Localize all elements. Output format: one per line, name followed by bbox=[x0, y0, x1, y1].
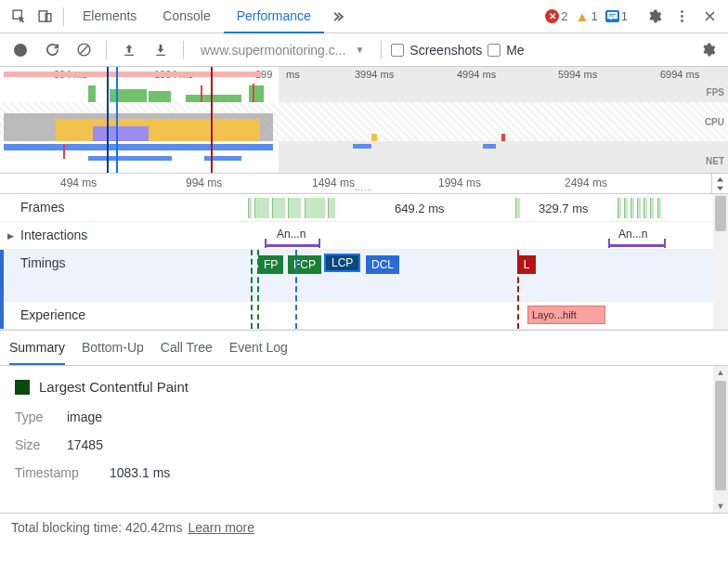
detail-timestamp-key: Timestamp bbox=[15, 465, 97, 480]
flame-ruler[interactable]: 494 ms 994 ms 1494 ms 1994 ms 2494 ms ⋯⋯ bbox=[0, 174, 728, 194]
warning-count: 1 bbox=[592, 9, 598, 23]
svg-rect-5 bbox=[609, 16, 614, 17]
detail-scrollbar[interactable]: ▲ ▼ bbox=[713, 366, 728, 513]
timing-load[interactable]: L bbox=[517, 255, 536, 274]
inspect-element-icon[interactable] bbox=[6, 4, 32, 30]
detail-timestamp-value: 1083.1 ms bbox=[110, 465, 170, 480]
flame-chart-tracks[interactable]: Frames 649.2 ms 329.7 ms Interactions bbox=[0, 194, 728, 331]
timing-fcp[interactable]: FCP bbox=[288, 255, 321, 274]
summary-detail-pane: Largest Contentful Paint Type image Size… bbox=[0, 366, 728, 513]
detail-size-key: Size bbox=[15, 437, 54, 452]
cpu-label: CPU bbox=[705, 117, 724, 127]
frame-duration-2: 329.7 ms bbox=[539, 202, 588, 215]
animation-label-2: An...n bbox=[618, 228, 647, 241]
capture-settings-icon[interactable] bbox=[695, 37, 721, 63]
svg-rect-11 bbox=[156, 54, 164, 55]
clear-button[interactable] bbox=[71, 37, 97, 63]
detail-size-value: 17485 bbox=[67, 437, 103, 452]
record-button[interactable] bbox=[7, 37, 33, 63]
console-issues-badges[interactable]: ✕ 2 ▲ 1 1 bbox=[545, 9, 633, 23]
screenshots-checkbox[interactable]: Screenshots bbox=[391, 43, 482, 58]
info-count: 1 bbox=[621, 9, 628, 23]
tab-elements[interactable]: Elements bbox=[70, 0, 150, 33]
net-label: NET bbox=[706, 156, 724, 166]
tab-performance[interactable]: Performance bbox=[224, 0, 324, 33]
error-icon: ✕ bbox=[545, 9, 559, 23]
track-label-frames: Frames bbox=[0, 194, 121, 221]
track-label-experience: Experience bbox=[0, 302, 121, 329]
expand-ruler-icon[interactable] bbox=[711, 174, 728, 194]
screenshots-label: Screenshots bbox=[410, 43, 482, 58]
timing-dcl[interactable]: DCL bbox=[366, 255, 399, 274]
tab-bottom-up[interactable]: Bottom-Up bbox=[82, 331, 144, 365]
track-label-timings: Timings bbox=[0, 250, 121, 301]
recording-url: www.supermonitoring.c... bbox=[201, 43, 345, 58]
memory-checkbox[interactable]: Me bbox=[488, 43, 524, 58]
svg-point-7 bbox=[681, 15, 683, 18]
more-tabs-icon[interactable] bbox=[324, 10, 350, 23]
timing-lcp[interactable]: LCP bbox=[324, 254, 360, 272]
timing-fp[interactable]: FP bbox=[258, 255, 283, 274]
tab-console[interactable]: Console bbox=[150, 0, 223, 33]
svg-rect-4 bbox=[609, 14, 616, 15]
total-blocking-time: Total blocking time: 420.42ms bbox=[11, 520, 182, 535]
close-icon[interactable] bbox=[696, 4, 722, 30]
warning-icon: ▲ bbox=[576, 9, 590, 23]
tab-event-log[interactable]: Event Log bbox=[229, 331, 288, 365]
animation-label-1: An...n bbox=[277, 228, 306, 241]
recording-select[interactable]: www.supermonitoring.c... ▼ bbox=[193, 43, 371, 58]
error-count: 2 bbox=[561, 9, 567, 23]
kebab-menu-icon[interactable] bbox=[669, 4, 695, 30]
detail-type-value: image bbox=[67, 410, 102, 424]
save-profile-button[interactable] bbox=[148, 37, 174, 63]
frame-duration-1: 649.2 ms bbox=[395, 202, 444, 215]
reload-record-button[interactable] bbox=[39, 37, 65, 63]
learn-more-link[interactable]: Learn more bbox=[188, 520, 254, 535]
detail-title: Largest Contentful Paint bbox=[39, 379, 188, 395]
memory-label: Me bbox=[506, 43, 524, 58]
svg-point-8 bbox=[681, 20, 683, 22]
detail-type-key: Type bbox=[15, 410, 54, 424]
info-icon bbox=[605, 10, 619, 22]
fps-label: FPS bbox=[707, 87, 724, 98]
svg-point-6 bbox=[681, 10, 683, 13]
track-label-interactions[interactable]: Interactions bbox=[0, 222, 121, 249]
lcp-swatch-icon bbox=[15, 380, 30, 395]
tab-call-tree[interactable]: Call Tree bbox=[161, 331, 213, 365]
device-toggle-icon[interactable] bbox=[32, 4, 58, 30]
load-profile-button[interactable] bbox=[116, 37, 142, 63]
settings-icon[interactable] bbox=[641, 4, 667, 30]
tracks-scrollbar[interactable] bbox=[713, 194, 728, 330]
overview-timeline[interactable]: 994 ms 1994 ms 299 ms 3994 ms 4994 ms 59… bbox=[0, 67, 728, 174]
layout-shift-block[interactable]: Layo...hift bbox=[527, 306, 605, 324]
svg-rect-10 bbox=[124, 54, 133, 55]
tab-summary[interactable]: Summary bbox=[9, 331, 65, 365]
